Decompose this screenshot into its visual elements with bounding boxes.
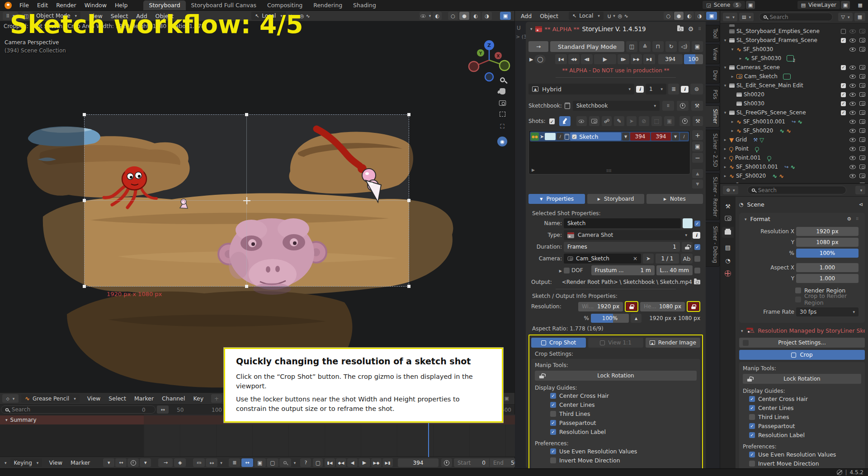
- eye-icon[interactable]: [849, 111, 856, 115]
- lens-field[interactable]: L...40 mm: [656, 265, 693, 275]
- navigation-gizmo[interactable]: Z Y X: [466, 38, 513, 84]
- dope-filter-toggle[interactable]: ↔: [157, 405, 169, 414]
- crop-shot-button[interactable]: Crop Shot: [531, 338, 586, 348]
- shot-end-field[interactable]: 394: [651, 132, 671, 141]
- shots-tools-button[interactable]: ⚒: [693, 116, 703, 126]
- eye-icon[interactable]: [849, 66, 856, 70]
- jump-start-button[interactable]: ▮◀: [325, 458, 335, 467]
- stopwatch-button[interactable]: [127, 458, 139, 467]
- use-preview-range-button[interactable]: [441, 458, 452, 467]
- duration-lock-button[interactable]: [682, 242, 693, 252]
- output-folder-icon[interactable]: [694, 280, 700, 284]
- viewport2-shading-solid[interactable]: ●: [674, 12, 684, 20]
- camera-pick-button[interactable]: ➤: [643, 254, 654, 264]
- outliner-row[interactable]: ▾SL_FreeGPs_Scene_Scene: [720, 108, 868, 117]
- sketchbook-dropdown[interactable]: Sketchbook▾: [573, 101, 660, 111]
- dope-menu-select[interactable]: Select: [104, 395, 130, 402]
- scene-selector[interactable]: ◲Scene5: [703, 1, 745, 9]
- outliner-row[interactable]: ▸▼Grid ⚒▽: [720, 135, 868, 144]
- fullscreen-icon[interactable]: ⛶: [500, 123, 504, 130]
- camera-toggle-icon[interactable]: [859, 119, 865, 124]
- resolution-x-field[interactable]: 1920 px: [796, 227, 859, 236]
- shot-select-arrow[interactable]: ➤: [540, 134, 544, 140]
- exclude-checkbox[interactable]: [841, 83, 846, 88]
- exclude-checkbox[interactable]: [841, 110, 846, 115]
- guide-center-cross-hair[interactable]: Center Cross Hair: [749, 394, 861, 403]
- sketchbook-stopwatch-button[interactable]: [677, 101, 689, 111]
- camera-view-icon[interactable]: [499, 100, 506, 106]
- exclude-checkbox[interactable]: [841, 38, 846, 43]
- render-tab-icon[interactable]: [725, 216, 731, 221]
- turntable-icon[interactable]: ↻: [665, 41, 677, 52]
- tool-tab-icon[interactable]: ⚒: [725, 203, 731, 210]
- eye-icon[interactable]: [849, 102, 856, 106]
- shot-name-cell[interactable]: Sketch: [570, 132, 621, 141]
- camera-toggle-icon[interactable]: [859, 101, 865, 106]
- draw-mode-button[interactable]: [559, 116, 571, 126]
- guide-center-lines[interactable]: Center Lines: [749, 403, 861, 412]
- shot-color-swatch[interactable]: [545, 133, 556, 140]
- npanel-tab-sliner-debug[interactable]: Sliner - Debug: [706, 222, 720, 267]
- take-index-dropdown[interactable]: 1▾: [646, 84, 666, 94]
- auto-keying-arrow-button[interactable]: →: [158, 458, 173, 467]
- new-collection-button[interactable]: ▦: [854, 13, 865, 21]
- toggles-icon[interactable]: ⊜: [690, 84, 703, 94]
- shot-list-expand-icon[interactable]: ▶: [532, 168, 535, 172]
- gizmos-toggle-button[interactable]: ◐: [433, 12, 442, 20]
- exclude-checkbox[interactable]: [841, 92, 846, 97]
- camera-clear-icon[interactable]: ×: [633, 255, 637, 262]
- resolution-pct-field[interactable]: 100%: [796, 249, 859, 258]
- eye-icon[interactable]: [849, 29, 856, 33]
- camera-checkbox[interactable]: [694, 256, 700, 262]
- mini-play-icon[interactable]: ▶: [529, 57, 533, 62]
- crop-handle-ml[interactable]: [83, 199, 86, 202]
- aspect-x-field[interactable]: 1.000: [796, 263, 859, 272]
- shading-material-button[interactable]: ◐: [471, 12, 481, 20]
- tab-notes[interactable]: ▶Notes: [646, 194, 703, 204]
- panel-collapse-icon[interactable]: ▾: [530, 27, 533, 31]
- prev-frame-button[interactable]: ◀: [347, 458, 358, 467]
- outliner-row[interactable]: ▸Point: [720, 144, 868, 153]
- add-shot-button[interactable]: +: [692, 130, 703, 140]
- viewport2-menu-add[interactable]: Add: [517, 13, 536, 19]
- crop-handle-tc[interactable]: [245, 113, 248, 116]
- camera-crop-frame[interactable]: [84, 114, 409, 287]
- prev-keyframe-button[interactable]: ◆◀: [336, 458, 346, 467]
- shot-start-field[interactable]: 394: [630, 132, 650, 141]
- move-shot-down-button[interactable]: ▼: [692, 179, 703, 189]
- camera-count-field[interactable]: 1 / 1: [656, 254, 679, 264]
- sl-prev-key-button[interactable]: ◀◆: [568, 54, 580, 64]
- viewport2-falloff-icon[interactable]: ∿: [624, 13, 628, 19]
- pref-use-even-resolution[interactable]: Use Even Resolution Values: [749, 450, 861, 459]
- camera-toggle-icon[interactable]: [859, 47, 865, 52]
- height-lock-button[interactable]: [688, 302, 699, 311]
- lock-rotation-button-right[interactable]: Lock Rotation: [743, 374, 861, 384]
- outliner-row[interactable]: Sh0020: [720, 90, 868, 99]
- viewport-3d[interactable]: 1920 px x 1080 px Cropped: Shot Sketch |…: [0, 21, 515, 392]
- scene-tab-icon[interactable]: ◔: [725, 257, 730, 264]
- shading-solid-button[interactable]: ●: [459, 12, 469, 20]
- dof-expand-icon[interactable]: ▶: [559, 269, 562, 273]
- properties-search-field[interactable]: [747, 186, 846, 194]
- timeline-menu-marker[interactable]: Marker: [66, 459, 94, 466]
- camera-name-toggle[interactable]: Ab: [681, 254, 693, 264]
- npanel-tab-sliner-25d[interactable]: SLiner - 2.5D: [706, 130, 720, 171]
- jump-end-button[interactable]: ▶▮: [382, 458, 393, 467]
- eye-icon[interactable]: [849, 156, 856, 160]
- eye-icon[interactable]: [849, 138, 856, 142]
- dope-search-field[interactable]: [1, 405, 156, 414]
- render-box-icon[interactable]: ▣: [692, 41, 703, 52]
- viewlayer-remove-icon[interactable]: ▦: [858, 2, 863, 8]
- sl-prev-frame-button[interactable]: ◀▮: [581, 54, 593, 64]
- camera-toggle-icon[interactable]: [859, 83, 865, 88]
- guide-resolution-label[interactable]: Resolution Label: [550, 427, 697, 436]
- shots-enabled-checkbox[interactable]: [549, 118, 555, 124]
- crop-handle-bl[interactable]: [83, 285, 86, 288]
- shot-start-caret[interactable]: ▼: [622, 132, 629, 141]
- dope-paste-icon[interactable]: ▣: [505, 396, 509, 401]
- shot-end-caret[interactable]: ▼: [672, 132, 679, 141]
- zoom-icon[interactable]: [500, 77, 505, 82]
- guide-passepartout[interactable]: Passepartout: [749, 421, 861, 430]
- move-shot-up-button[interactable]: ▲: [692, 169, 703, 178]
- shot-play-caret[interactable]: ▾: [220, 461, 222, 465]
